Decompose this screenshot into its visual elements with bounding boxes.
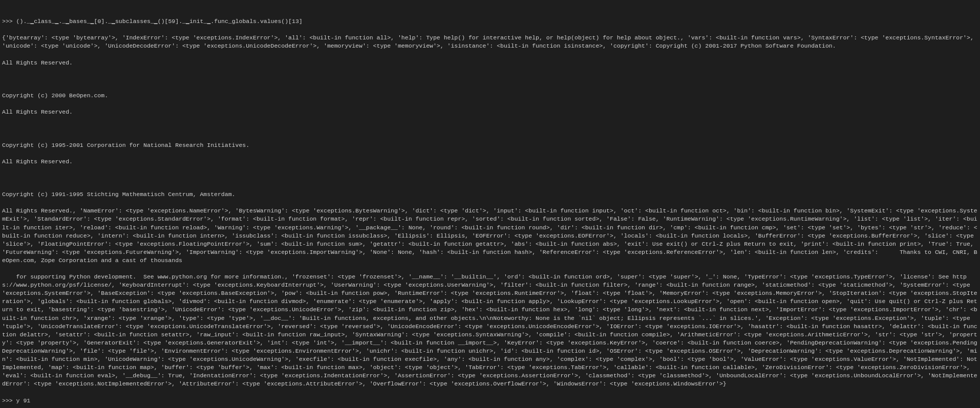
output-blank-2 bbox=[2, 124, 978, 133]
next-prompt: >>> y 91 bbox=[2, 397, 978, 405]
terminal-window: >>> ().__class__.__bases__[0].__subclass… bbox=[2, 1, 978, 408]
output-blank-1 bbox=[2, 75, 978, 83]
output-line-1: {'bytearray': <type 'bytearray'>, 'Index… bbox=[2, 34, 978, 50]
output-line-5: Copyright (c) 1995-2001 Corporation for … bbox=[2, 141, 978, 149]
output-blank-3 bbox=[2, 174, 978, 182]
output-line-2: All Rights Reserved. bbox=[2, 59, 978, 67]
command-line: >>> ().__class__.__bases__[0].__subclass… bbox=[2, 17, 978, 26]
output-line-6: All Rights Reserved. bbox=[2, 158, 978, 166]
output-line-3: Copyright (c) 2000 BeOpen.com. bbox=[2, 92, 978, 100]
output-line-4: All Rights Reserved. bbox=[2, 108, 978, 116]
output-line-7: Copyright (c) 1991-1995 Stichting Mathem… bbox=[2, 190, 978, 199]
output-line-9: for supporting Python development. See w… bbox=[2, 273, 978, 388]
output-line-8: All Rights Reserved., 'NameError': <type… bbox=[2, 207, 978, 265]
